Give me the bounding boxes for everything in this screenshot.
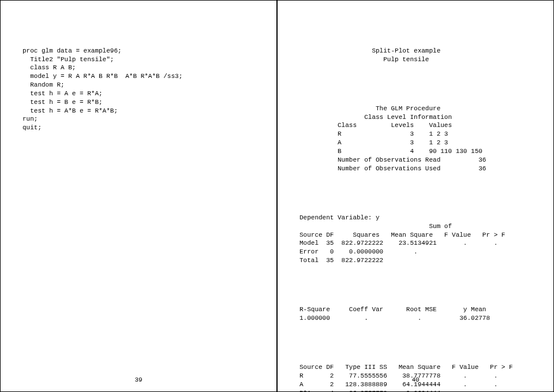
two-page-spread: proc glm data = example96; Title2 "Pulp … <box>0 0 554 392</box>
glm-procedure-header: The GLM Procedure Class Level Informatio… <box>300 104 531 173</box>
page-number-right: 40 <box>278 376 553 384</box>
output-title: Split-Plot example Pulp tensile <box>300 47 531 64</box>
sas-code-block: proc glm data = example96; Title2 "Pulp … <box>23 47 254 132</box>
page-number-left: 39 <box>1 376 276 384</box>
dependent-variable-table: Dependent Variable: y Sum of Source DF S… <box>300 214 531 265</box>
page-right: Split-Plot example Pulp tensile The GLM … <box>277 0 554 392</box>
rsquare-table: R-Square Coeff Var Root MSE y Mean 1.000… <box>300 305 531 323</box>
page-left: proc glm data = example96; Title2 "Pulp … <box>0 0 277 392</box>
